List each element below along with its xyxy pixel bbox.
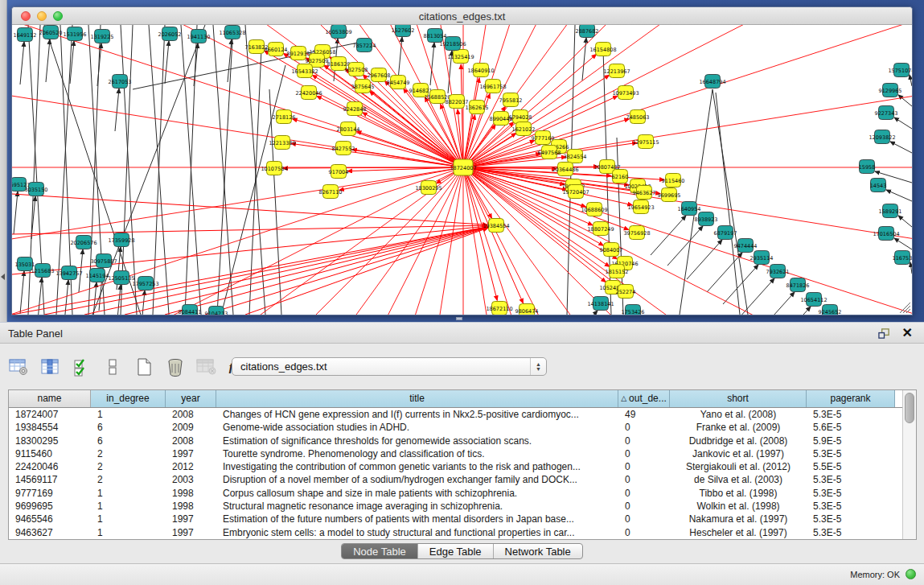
table-cell[interactable]: Dudbridge et al. (2008) (670, 435, 807, 447)
graph-node-9245652[interactable]: 9245652 (819, 305, 842, 315)
table-cell[interactable]: 0 (618, 460, 670, 473)
table-cell[interactable]: Embryonic stem cells: a model to study s… (216, 526, 618, 539)
graph-node-18724007[interactable]: 18724007 (450, 159, 476, 175)
table-cell[interactable]: 2003 (166, 473, 216, 486)
table-cell[interactable]: 5.3E-5 (807, 500, 895, 513)
graph-node-2803144[interactable]: 2803144 (337, 122, 360, 136)
table-cell[interactable]: 5.3E-5 (807, 473, 895, 486)
table-cell[interactable]: 1998 (166, 500, 216, 513)
graph-node-1362615[interactable]: 1362615 (466, 101, 489, 114)
graph-node-8427552[interactable]: 8427552 (332, 142, 355, 155)
table-row[interactable]: 1872400712008Changes of HCN gene express… (9, 408, 902, 421)
control-panel-splitter[interactable] (0, 0, 7, 322)
graph-node-17359928[interactable]: 17359928 (108, 233, 134, 247)
table-cell[interactable]: 1 (91, 487, 166, 500)
table-cell[interactable]: 5.3E-5 (807, 513, 895, 525)
scrollbar-thumb[interactable] (905, 393, 914, 423)
table-cell[interactable]: 2 (91, 447, 166, 460)
graph-node-18807249[interactable]: 18807249 (587, 222, 614, 236)
column-header-title[interactable]: title (216, 390, 618, 407)
table-cell[interactable]: 6 (91, 421, 166, 434)
tab-network-table[interactable]: Network Table (494, 544, 582, 558)
graph-node-10973493[interactable]: 10973493 (612, 86, 639, 100)
table-cell[interactable]: Nakamura et al. (1997) (670, 513, 807, 525)
graph-node-22420046[interactable]: 22420046 (295, 86, 322, 100)
table-cell[interactable]: Estimation of significance thresholds fo… (216, 435, 618, 447)
network-window-titlebar[interactable]: citations_edges.txt (12, 7, 912, 25)
table-cell[interactable]: 1997 (166, 513, 216, 525)
graph-node-1145194[interactable]: 1145194 (86, 269, 109, 282)
table-row[interactable]: 946554611997Estimation of the future num… (9, 513, 902, 525)
table-cell[interactable]: 9463627 (9, 526, 91, 539)
column-header-year[interactable]: year (166, 390, 216, 407)
table-select-combobox[interactable]: citations_edges.txt ▲▼ (232, 357, 547, 376)
table-cell[interactable]: 6 (91, 435, 166, 447)
table-cell[interactable]: Yano et al. (2008) (670, 408, 807, 421)
graph-node-8471826[interactable]: 8471826 (786, 278, 810, 292)
table-row[interactable]: 969969511998Structural magnetic resonanc… (9, 500, 902, 513)
graph-node-8938923[interactable]: 8938923 (695, 212, 718, 226)
table-cell[interactable]: Structural magnetic resonance image aver… (216, 500, 618, 513)
table-row[interactable]: 911546021997Tourette syndrome. Phenomeno… (9, 447, 902, 460)
graph-node-116753[interactable]: 116753 (893, 251, 912, 265)
table-cell[interactable]: Wolkin et al. (1998) (670, 500, 807, 513)
table-cell[interactable]: 5.6E-5 (807, 421, 895, 434)
table-cell[interactable]: 0 (618, 500, 670, 513)
graph-node-2935114[interactable]: 2935114 (750, 251, 774, 265)
graph-node-9474444[interactable]: 9474444 (734, 239, 758, 253)
graph-node-17016504[interactable]: 17016504 (873, 227, 899, 241)
row-height-icon[interactable] (102, 356, 123, 377)
table-cell[interactable]: Tourette syndrome. Phenomenology and cla… (216, 447, 618, 460)
graph-node-7857224[interactable]: 7857224 (353, 39, 376, 52)
tab-node-table[interactable]: Node Table (342, 544, 418, 558)
resize-grip-icon[interactable] (900, 303, 910, 313)
column-header-name[interactable]: name (9, 390, 91, 407)
table-cell[interactable]: Corpus callosum shape and size in male p… (216, 487, 618, 500)
table-cell[interactable]: 9699695 (9, 500, 91, 513)
delete-entry-icon[interactable] (165, 356, 186, 377)
table-cell[interactable]: Jankovic et al. (1997) (670, 447, 807, 460)
graph-node-18640910[interactable]: 18640910 (467, 64, 494, 77)
graph-node-16648794[interactable]: 16648794 (699, 75, 725, 89)
graph-node-1527602[interactable]: 1527602 (392, 25, 415, 37)
graph-node-6879197[interactable]: 6879197 (714, 226, 737, 240)
graph-node-19654923[interactable]: 19654923 (627, 200, 654, 214)
tab-edge-table[interactable]: Edge Table (418, 544, 494, 558)
table-cell[interactable]: 1 (91, 526, 166, 539)
graph-node-16053809[interactable]: 16053809 (325, 25, 351, 39)
graph-node-15958[interactable]: 15958 (859, 160, 876, 174)
graph-node-1649112[interactable]: 1649112 (14, 28, 37, 42)
table-cell[interactable]: de Silva et al. (2003) (670, 473, 807, 486)
graph-node-917004[interactable]: 917004 (329, 165, 349, 179)
table-cell[interactable]: 5.5E-5 (807, 460, 895, 473)
table-cell[interactable]: Genome-wide association studies in ADHD. (216, 421, 618, 434)
table-cell[interactable]: 0 (618, 435, 670, 447)
table-cell[interactable]: 2009 (166, 421, 216, 434)
new-table-icon[interactable] (133, 356, 154, 377)
graph-node-2617053[interactable]: 2617053 (109, 75, 132, 89)
table-cell[interactable]: Estimation of the future numbers of pati… (216, 513, 618, 525)
float-window-icon[interactable] (878, 328, 890, 340)
graph-node-18672110[interactable]: 18672110 (486, 302, 512, 315)
graph-node-12093822[interactable]: 12093822 (869, 130, 895, 144)
table-cell[interactable]: 22420046 (9, 460, 91, 473)
table-cell[interactable]: 9115460 (9, 447, 91, 460)
table-cell[interactable]: 1997 (166, 447, 216, 460)
graph-node-1753426[interactable]: 1753426 (622, 305, 645, 315)
vertical-scrollbar[interactable] (902, 390, 916, 539)
graph-node-12213967[interactable]: 12213967 (603, 64, 630, 78)
table-cell[interactable]: 2012 (166, 460, 216, 473)
table-cell[interactable]: 9465546 (9, 513, 91, 525)
graph-node-9699695[interactable]: 9699695 (658, 188, 681, 202)
close-panel-icon[interactable]: ✕ (902, 326, 913, 340)
table-cell[interactable]: 0 (618, 526, 670, 539)
graph-node-9115460[interactable]: 9115460 (662, 174, 685, 187)
graph-node-1640954[interactable]: 1640954 (678, 202, 701, 216)
graph-node-16154808[interactable]: 16154808 (589, 43, 616, 56)
graph-node-135031[interactable]: 135031 (15, 257, 35, 271)
table-cell[interactable]: 1998 (166, 487, 216, 500)
table-cell[interactable]: Changes of HCN gene expression and I(f) … (216, 408, 618, 421)
table-cell[interactable]: Disruption of a novel member of a sodium… (216, 473, 618, 486)
table-cell[interactable]: 18300295 (9, 435, 91, 447)
table-cell[interactable]: 5.3E-5 (807, 447, 895, 460)
